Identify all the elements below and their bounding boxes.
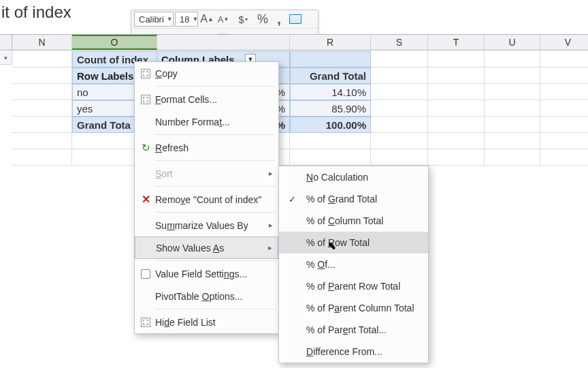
submenu-arrow-icon: ▸ — [268, 243, 272, 252]
menu-item[interactable]: Show Values As▸ — [135, 236, 278, 259]
font-name-value: Calibri — [139, 14, 164, 25]
menu-separator — [155, 86, 276, 87]
comma-icon: , — [277, 12, 281, 27]
context-menu: CopyFormat Cells...Number Format...↻Refr… — [134, 61, 279, 334]
col-header-s[interactable]: S — [371, 35, 428, 50]
menu-item[interactable]: Copy — [135, 62, 278, 85]
submenu-item-label: % of Parent Row Total — [306, 281, 400, 292]
submenu-item-label: % of Grand Total — [306, 194, 377, 204]
menu-item-label: Summarize Values By — [155, 220, 269, 231]
menu-item-label: Remove "Count of index" — [155, 194, 273, 205]
submenu-arrow-icon: ▸ — [269, 221, 273, 230]
menu-item-label: Number Format... — [155, 117, 273, 127]
copy-icon — [141, 69, 150, 78]
menu-separator — [155, 134, 276, 135]
currency-icon: $ — [238, 14, 244, 25]
menu-separator — [155, 212, 276, 213]
menu-separator — [155, 309, 276, 309]
percent-format-button[interactable]: % — [255, 12, 270, 27]
menu-item-label: Format Cells... — [155, 94, 273, 105]
settings-icon — [141, 269, 150, 279]
col-header-n[interactable]: N — [12, 35, 72, 50]
menu-item[interactable]: ✕Remove "Count of index" — [135, 188, 278, 211]
submenu-item-label: No Calculation — [306, 172, 368, 183]
submenu-item-label: % of Parent Column Total — [306, 303, 414, 313]
column-headers: N O R S T U V — [0, 34, 588, 50]
row-header-gutter — [0, 35, 12, 50]
pivot-grand-total-grand[interactable]: 100.00% — [290, 117, 371, 133]
currency-format-button[interactable]: $▾ — [232, 12, 254, 27]
col-header-u[interactable]: U — [485, 35, 540, 50]
menu-item-label: Refresh — [155, 142, 273, 153]
menu-item[interactable]: Number Format... — [135, 110, 278, 133]
submenu-item-label: % Of... — [306, 259, 336, 270]
submenu-item[interactable]: No Calculation — [279, 166, 428, 188]
submenu-item[interactable]: % of Parent Column Total — [279, 297, 428, 319]
menu-item[interactable]: ↻Refresh — [135, 136, 278, 159]
menu-item-label: Show Values As — [156, 243, 268, 254]
menu-item-label: PivotTable Options... — [155, 291, 273, 302]
partial-window-title: it of index — [0, 3, 71, 22]
show-values-as-submenu: No Calculation% of Grand Total% of Colum… — [278, 166, 429, 363]
chevron-down-icon: ▼ — [192, 16, 198, 22]
menu-item: Sort▸ — [135, 162, 278, 185]
submenu-item[interactable]: % of Grand Total — [279, 188, 428, 210]
chevron-down-icon: ▾ — [245, 16, 248, 22]
submenu-item-label: % of Row Total — [306, 237, 370, 248]
pivot-grand-cell[interactable]: 85.90% — [290, 100, 371, 117]
menu-separator — [155, 260, 276, 261]
submenu-item[interactable]: % of Column Total — [279, 210, 428, 232]
col-header-o[interactable]: O — [72, 35, 157, 50]
refresh-icon: ↻ — [142, 142, 150, 154]
submenu-item[interactable]: Difference From... — [279, 341, 428, 363]
percent-icon: % — [257, 12, 268, 27]
col-header-t[interactable]: T — [428, 35, 485, 50]
submenu-arrow-icon: ▸ — [269, 169, 273, 178]
pivot-grand-cell[interactable]: 14.10% — [290, 84, 371, 100]
comma-format-button[interactable]: , — [272, 12, 287, 27]
menu-item-label: Value Field Settings... — [155, 269, 273, 279]
chevron-down-icon: ▼ — [167, 16, 173, 22]
font-size-combo[interactable]: 18▼ — [175, 12, 198, 27]
submenu-item-label: % of Column Total — [306, 215, 383, 226]
col-header-v[interactable]: V — [540, 35, 588, 50]
remove-icon: ✕ — [142, 193, 150, 206]
accounting-icon — [289, 14, 301, 24]
row-dropdown-button[interactable]: ▾ — [0, 51, 12, 65]
menu-item-label: Hide Field List — [155, 317, 273, 328]
submenu-item[interactable]: % of Parent Total... — [279, 319, 428, 341]
menu-item[interactable]: Format Cells... — [135, 88, 278, 110]
col-header-hidden — [157, 35, 290, 50]
pivot-row-labels-text: Row Labels — [77, 70, 133, 82]
submenu-item-label: % of Parent Total... — [306, 324, 387, 335]
menu-separator — [155, 160, 276, 161]
font-size-value: 18 — [180, 14, 189, 25]
submenu-item[interactable]: % of Row Total — [279, 232, 428, 254]
accounting-format-button[interactable] — [288, 12, 303, 27]
increase-font-button[interactable]: A▲ — [199, 12, 214, 27]
submenu-item[interactable]: % Of... — [279, 254, 428, 275]
font-name-combo[interactable]: Calibri▼ — [134, 12, 174, 27]
menu-item[interactable]: PivotTable Options... — [135, 285, 278, 307]
menu-item[interactable]: Summarize Values By▸ — [135, 214, 278, 236]
submenu-item[interactable]: % of Parent Row Total — [279, 275, 428, 297]
grand-total-col-header: Grand Total — [290, 67, 371, 84]
field-list-icon — [141, 318, 150, 327]
menu-item[interactable]: Hide Field List — [135, 311, 278, 333]
menu-item-label: Copy — [155, 68, 273, 79]
decrease-font-button[interactable]: A▼ — [216, 12, 231, 27]
format-cells-icon — [141, 95, 150, 104]
menu-item-label: Sort — [155, 168, 269, 179]
submenu-item-label: Difference From... — [306, 346, 382, 357]
menu-separator — [155, 186, 276, 187]
col-header-r[interactable]: R — [290, 35, 371, 50]
menu-item[interactable]: Value Field Settings... — [135, 262, 278, 285]
